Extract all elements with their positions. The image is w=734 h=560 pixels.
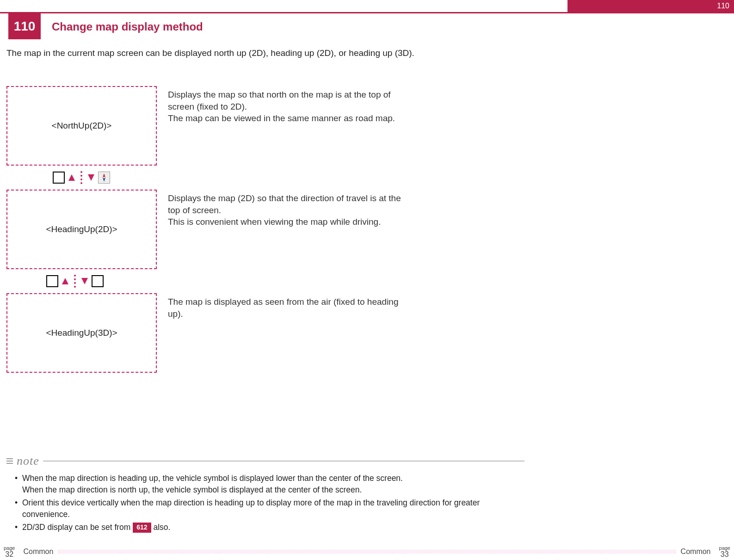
top-section-number: 110 (567, 0, 734, 12)
section-badge: 110 (8, 13, 41, 39)
mode-row: <HeadingUp(3D)> The map is displayed as … (6, 293, 430, 373)
mode-desc: The map is displayed as seen from the ai… (168, 293, 413, 320)
page-ref-tag: 612 (133, 523, 151, 533)
desc-line: The map is displayed as seen from the ai… (168, 297, 399, 319)
indicator-box (53, 172, 65, 184)
svg-marker-0 (103, 173, 105, 178)
mode-desc: Displays the map (2D) so that the direct… (168, 190, 413, 228)
svg-marker-1 (103, 178, 105, 182)
mode-card-headingup2d: <HeadingUp(2D)> (6, 190, 157, 269)
mode-label: <NorthUp(2D)> (52, 121, 112, 131)
note-bars-icon (6, 458, 13, 464)
mode-desc: Displays the map so that north on the ma… (168, 86, 413, 124)
indicator-box (46, 275, 58, 287)
note-text: Orient this device vertically when the m… (22, 498, 480, 519)
note-header: note (6, 454, 524, 468)
footer-section-left: Common (19, 548, 58, 556)
note-item: 2D/3D display can be set from 612 also. (22, 522, 524, 533)
connector-dots (72, 275, 78, 288)
arrow-down-icon (81, 278, 88, 284)
arrow-up-icon (62, 278, 68, 284)
footer-page-left: page 32 (0, 546, 19, 558)
connector (6, 269, 430, 293)
footer-bar (58, 549, 676, 554)
mode-label: <HeadingUp(2D)> (46, 224, 117, 234)
note-rule (43, 461, 524, 462)
page-number: 32 (4, 551, 15, 558)
arrow-up-icon (68, 174, 75, 181)
page-label: page (4, 546, 15, 551)
mode-list: <NorthUp(2D)> Displays the map so that n… (6, 86, 430, 373)
desc-line: Displays the map so that north on the ma… (168, 90, 391, 111)
mode-card-northup2d: <NorthUp(2D)> (6, 86, 157, 166)
mode-row: <HeadingUp(2D)> Displays the map (2D) so… (6, 190, 430, 269)
footer-page-right: page 33 (715, 546, 734, 558)
note-list: When the map direction is heading up, th… (6, 468, 524, 533)
compass-icon (98, 172, 110, 184)
page-label: page (719, 546, 730, 551)
note-text: also. (151, 523, 171, 532)
desc-line: The map can be viewed in the same manner… (168, 113, 395, 123)
desc-line: Displays the map (2D) so that the direct… (168, 193, 401, 215)
page-title: Change map display method (52, 20, 203, 33)
note-text: When the map direction is heading up, th… (22, 474, 403, 483)
mode-row: <NorthUp(2D)> Displays the map so that n… (6, 86, 430, 166)
note-heading: note (17, 454, 39, 468)
footer: page 32 Common Common page 33 (0, 543, 734, 560)
note-text: 2D/3D display can be set from (22, 523, 133, 532)
connector-dots (79, 171, 84, 184)
mode-label: <HeadingUp(3D)> (46, 328, 117, 338)
note-block: note When the map direction is heading u… (6, 454, 524, 535)
desc-line: This is convenient when viewing the map … (168, 217, 381, 227)
arrow-down-icon (88, 174, 94, 181)
intro-text: The map in the current map screen can be… (6, 47, 418, 59)
connector (6, 166, 430, 190)
note-text: When the map direction is north up, the … (22, 485, 362, 494)
footer-section-right: Common (676, 548, 715, 556)
page-number: 33 (719, 551, 730, 558)
note-item: When the map direction is heading up, th… (22, 473, 524, 495)
indicator-box (92, 275, 104, 287)
mode-card-headingup3d: <HeadingUp(3D)> (6, 293, 157, 373)
header-strip (0, 12, 734, 13)
note-item: Orient this device vertically when the m… (22, 497, 524, 520)
